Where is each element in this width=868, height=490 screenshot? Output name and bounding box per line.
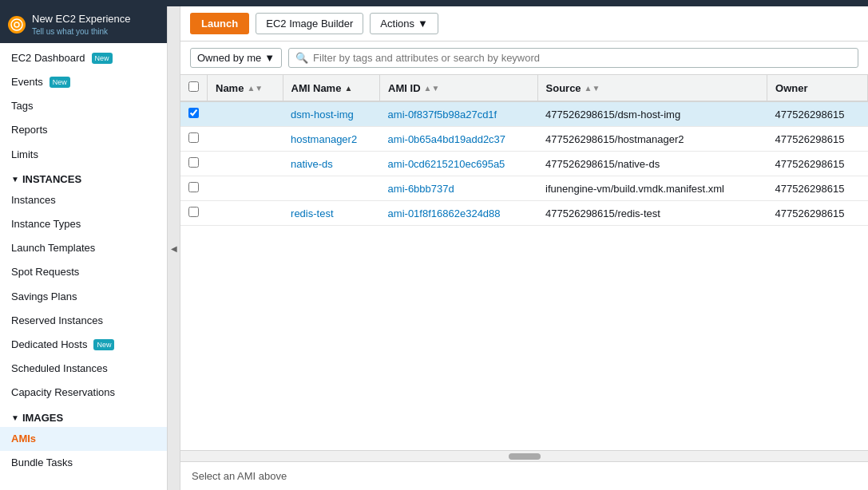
col-header-ami-name[interactable]: AMI Name ▲	[283, 75, 380, 101]
row-checkbox[interactable]	[188, 132, 199, 143]
col-ami-id-label: AMI ID	[388, 82, 420, 94]
select-all-checkbox[interactable]	[188, 81, 199, 92]
row-checkbox-cell[interactable]	[180, 176, 208, 201]
select-all-header[interactable]	[180, 75, 208, 101]
row-owner: 477526298615	[767, 176, 868, 201]
col-ami-name-label: AMI Name	[291, 82, 342, 94]
section-arrow: ▼	[11, 175, 19, 184]
sidebar-item-events[interactable]: Events New	[0, 70, 167, 94]
actions-label: Actions	[380, 18, 414, 30]
sidebar-item-savings-plans[interactable]: Savings Plans	[0, 285, 167, 309]
row-ami-name[interactable]: hostmanager2	[283, 127, 380, 152]
sidebar-item-label: Tags	[11, 99, 33, 113]
sidebar-header-text: New EC2 Experience Tell us what you thin…	[32, 13, 131, 37]
sidebar-item-label: Instances	[11, 193, 56, 207]
row-checkbox[interactable]	[188, 207, 199, 217]
launch-button[interactable]: Launch	[190, 13, 249, 34]
sort-icon-active: ▲	[344, 84, 352, 93]
experience-subtitle[interactable]: Tell us what you think	[32, 26, 131, 37]
row-source: ifunengine-vm/build.vmdk.manifest.xml	[537, 176, 767, 201]
sidebar-item-label: Scheduled Instances	[11, 362, 108, 376]
row-name	[208, 152, 283, 176]
sidebar-item-limits[interactable]: Limits	[0, 143, 167, 167]
new-badge: New	[93, 339, 114, 351]
scroll-thumb[interactable]	[509, 453, 541, 460]
row-checkbox-cell[interactable]	[180, 152, 208, 176]
owned-filter-button[interactable]: Owned by me ▼	[190, 48, 282, 68]
sidebar-item-instances[interactable]: Instances	[0, 188, 167, 212]
row-name	[208, 101, 283, 127]
table-container: Name ▲▼ AMI Name ▲ AMI I	[180, 75, 868, 450]
experience-label: New EC2 Experience	[32, 13, 131, 26]
sidebar-item-spot-requests[interactable]: Spot Requests	[0, 260, 167, 284]
sidebar-collapse-handle[interactable]: ◀	[168, 6, 180, 490]
row-checkbox[interactable]	[188, 108, 199, 118]
row-ami-id[interactable]: ami-0b65a4bd19add2c37	[380, 127, 537, 152]
ec2-image-builder-button[interactable]: EC2 Image Builder	[256, 13, 363, 34]
new-badge: New	[50, 77, 70, 89]
row-checkbox[interactable]	[188, 157, 199, 168]
chevron-down-icon: ▼	[418, 18, 428, 30]
row-name	[208, 201, 283, 226]
row-checkbox-cell[interactable]	[180, 101, 208, 127]
row-name	[208, 176, 283, 201]
col-header-owner[interactable]: Owner	[767, 75, 868, 101]
sidebar-item-reports[interactable]: Reports	[0, 118, 167, 142]
table-row[interactable]: ami-6bbb737d ifunengine-vm/build.vmdk.ma…	[180, 176, 868, 201]
row-owner: 477526298615	[767, 101, 868, 127]
sidebar-item-label: Savings Plans	[11, 290, 77, 304]
top-bar	[0, 0, 868, 6]
sidebar-item-launch-templates[interactable]: Launch Templates	[0, 236, 167, 260]
sort-icon: ▲▼	[247, 84, 263, 93]
table-row[interactable]: hostmanager2 ami-0b65a4bd19add2c37 47752…	[180, 127, 868, 152]
sidebar-item-instance-types[interactable]: Instance Types	[0, 212, 167, 236]
toolbar: Launch EC2 Image Builder Actions ▼	[180, 6, 868, 41]
row-ami-id[interactable]: ami-01f8f16862e324d88	[380, 201, 537, 226]
col-header-ami-id[interactable]: AMI ID ▲▼	[380, 75, 537, 101]
sidebar-item-reserved-instances[interactable]: Reserved Instances	[0, 309, 167, 333]
row-checkbox-cell[interactable]	[180, 201, 208, 226]
table-toolbar: Owned by me ▼ 🔍	[180, 41, 868, 75]
col-header-source[interactable]: Source ▲▼	[537, 75, 767, 101]
row-source: 477526298615/hostmanager2	[537, 127, 767, 152]
sidebar-item-bundle-tasks[interactable]: Bundle Tasks	[0, 451, 167, 475]
row-ami-id[interactable]: ami-0f837f5b98a27cd1f	[380, 101, 537, 127]
sidebar-item-ec2-dashboard[interactable]: EC2 Dashboard New	[0, 46, 167, 70]
sidebar-item-label: Reserved Instances	[11, 314, 103, 328]
sidebar-item-tags[interactable]: Tags	[0, 94, 167, 118]
sidebar: New EC2 Experience Tell us what you thin…	[0, 6, 168, 490]
ami-table: Name ▲▼ AMI Name ▲ AMI I	[180, 75, 868, 226]
main-content: Launch EC2 Image Builder Actions ▼ Owned…	[180, 6, 868, 490]
row-ami-name[interactable]: native-ds	[283, 152, 380, 176]
search-box: 🔍	[288, 48, 858, 68]
sidebar-item-label: Bundle Tasks	[11, 456, 73, 470]
table-row[interactable]: redis-test ami-01f8f16862e324d88 4775262…	[180, 201, 868, 226]
sidebar-item-amis[interactable]: AMIs	[0, 427, 167, 451]
row-ami-id[interactable]: ami-6bbb737d	[380, 176, 537, 201]
search-input[interactable]	[313, 52, 851, 64]
sidebar-item-capacity-reservations[interactable]: Capacity Reservations	[0, 381, 167, 405]
table-row[interactable]: native-ds ami-0cd6215210ec695a5 47752629…	[180, 152, 868, 176]
row-checkbox-cell[interactable]	[180, 127, 208, 152]
row-ami-name[interactable]: redis-test	[283, 201, 380, 226]
row-ami-name[interactable]: dsm-host-img	[283, 101, 380, 127]
table-row[interactable]: dsm-host-img ami-0f837f5b98a27cd1f 47752…	[180, 101, 868, 127]
row-ami-id[interactable]: ami-0cd6215210ec695a5	[380, 152, 537, 176]
sidebar-item-label: Instance Types	[11, 217, 81, 231]
row-source: 477526298615/dsm-host-img	[537, 101, 767, 127]
sidebar-item-label: Capacity Reservations	[11, 385, 115, 400]
actions-button[interactable]: Actions ▼	[370, 13, 438, 34]
row-owner: 477526298615	[767, 127, 868, 152]
sidebar-item-scheduled-instances[interactable]: Scheduled Instances	[0, 357, 167, 381]
horizontal-scrollbar[interactable]	[180, 450, 868, 461]
col-header-name[interactable]: Name ▲▼	[208, 75, 283, 101]
sidebar-item-label: Events	[11, 75, 43, 89]
collapse-icon: ◀	[171, 244, 177, 253]
row-ami-name[interactable]	[283, 176, 380, 201]
row-checkbox[interactable]	[188, 182, 199, 192]
bottom-panel-message: Select an AMI above	[192, 470, 287, 482]
section-arrow: ▼	[11, 413, 19, 422]
ec2-logo	[8, 16, 26, 34]
sidebar-item-dedicated-hosts[interactable]: Dedicated Hosts New	[0, 333, 167, 357]
sidebar-item-label: Dedicated Hosts	[11, 338, 87, 352]
